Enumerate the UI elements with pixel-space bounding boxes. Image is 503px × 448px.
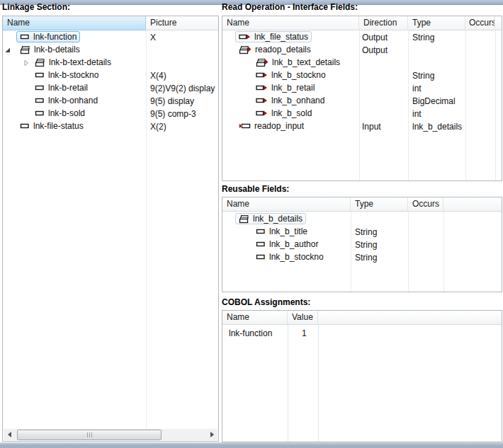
elementary-item-icon: [256, 253, 266, 261]
scroll-left-button[interactable]: [4, 429, 15, 440]
group-item-icon: [20, 45, 30, 54]
table-row[interactable]: lnk_b_sold int: [222, 108, 502, 120]
column-header-occurs[interactable]: Occurs: [408, 197, 443, 212]
table-row[interactable]: lnk_file_status Output String: [222, 31, 502, 44]
column-header-direction[interactable]: Direction: [359, 16, 408, 30]
reusable-table-header: Name Type Occurs: [222, 197, 502, 212]
elementary-item-icon: [35, 109, 45, 117]
table-row[interactable]: lnk-file-status X(2): [3, 120, 218, 133]
linkage-table-header: Name Picture: [3, 16, 218, 30]
tree-item[interactable]: readop_input: [235, 120, 307, 132]
horizontal-scrollbar[interactable]: [4, 429, 217, 440]
scrollbar-thumb[interactable]: [17, 430, 162, 440]
table-row[interactable]: readop_input Input lnk_b_details: [222, 120, 502, 133]
table-row[interactable]: lnk_b_onhand BigDecimal: [222, 95, 502, 108]
tree-item[interactable]: lnk-b-retail: [31, 82, 91, 93]
selected-tree-item[interactable]: lnk-function: [16, 31, 80, 42]
table-row[interactable]: lnk_b_details: [222, 213, 502, 226]
column-header-filler: [495, 16, 502, 30]
column-header-filler: [443, 197, 502, 212]
cell-value[interactable]: 1: [302, 327, 307, 340]
tree-item[interactable]: lnk_b_stockno: [252, 69, 329, 81]
tree-item[interactable]: lnk_b_sold: [252, 108, 315, 119]
table-row[interactable]: lnk_b_stockno String: [222, 251, 502, 264]
elementary-item-icon: [35, 71, 45, 79]
tree-item[interactable]: lnk_b_retail: [252, 82, 318, 93]
table-row[interactable]: lnk_b_stockno String: [222, 69, 502, 82]
column-header-value[interactable]: Value: [288, 311, 318, 325]
tree-item-label: lnk_b_text_details: [272, 57, 340, 67]
tree-item-label: lnk-b-details: [34, 45, 80, 54]
tree-item[interactable]: lnk-b-sold: [31, 108, 89, 119]
tree-item-label: lnk_b_stockno: [269, 252, 324, 262]
linkage-table: Name Picture lnk-function X lnk-b-detail…: [2, 16, 219, 442]
column-header-type[interactable]: Type: [351, 197, 408, 212]
column-header-type[interactable]: Type: [408, 16, 465, 30]
cell-type: String: [355, 239, 377, 251]
cell-type: int: [412, 108, 422, 120]
column-header-name[interactable]: Name: [222, 311, 288, 325]
cell-direction: Output: [362, 44, 388, 57]
cell-picture: X(4): [150, 69, 166, 82]
tree-item-label: lnk-b-retail: [48, 83, 88, 93]
input-field-icon: [239, 122, 251, 130]
elementary-item-icon: [20, 33, 30, 41]
selected-tree-item[interactable]: lnk_b_details: [235, 213, 306, 224]
cell-picture: X(2): [150, 120, 166, 133]
tree-item[interactable]: lnk_b_text_details: [252, 57, 344, 68]
tree-item[interactable]: lnk_b_onhand: [252, 95, 328, 106]
tree-item[interactable]: lnk-b-onhand: [31, 95, 101, 106]
column-grid-line: [288, 325, 288, 442]
table-row[interactable]: lnk_b_title String: [222, 226, 502, 239]
table-row[interactable]: lnk-b-sold 9(5) comp-3: [3, 108, 218, 120]
table-row[interactable]: lnk-b-onhand 9(5) display: [3, 95, 218, 108]
tree-item-label: lnk_b_retail: [271, 83, 315, 93]
tree-item-label: lnk-function: [33, 32, 77, 42]
column-header-picture[interactable]: Picture: [146, 16, 218, 30]
cell-picture: 9(2)V9(2) display: [150, 82, 215, 95]
column-header-name[interactable]: Name: [222, 16, 359, 30]
cell-picture: 9(5) display: [150, 95, 194, 108]
elementary-item-icon: [256, 227, 266, 236]
tree-item-label: lnk_b_onhand: [271, 96, 324, 105]
column-header-occurs[interactable]: Occurs: [465, 16, 495, 30]
tree-item[interactable]: lnk-b-stockno: [31, 69, 102, 81]
expanded-twisty-icon[interactable]: [4, 47, 11, 54]
elementary-item-icon: [20, 122, 30, 130]
cell-direction: Input: [362, 120, 381, 133]
tree-item-label: lnk_b_details: [253, 214, 303, 224]
cell-picture: X: [150, 31, 156, 44]
elementary-item-icon: [256, 240, 266, 248]
column-header-name[interactable]: Name: [222, 197, 351, 212]
reusable-fields-table: Name Type Occurs lnk_b_details lnk_b_tit…: [222, 197, 502, 292]
table-row[interactable]: lnk_b_author String: [222, 239, 502, 251]
tree-item-label: lnk-file-status: [33, 121, 84, 131]
tree-item[interactable]: lnk-b-text-details: [31, 57, 115, 68]
table-row[interactable]: lnk-function X: [3, 31, 218, 44]
table-row[interactable]: readop_details Output: [222, 44, 502, 57]
table-row[interactable]: lnk-b-text-details: [3, 57, 218, 69]
collapsed-twisty-icon[interactable]: [23, 59, 30, 67]
tree-item-label: lnk-b-onhand: [48, 96, 98, 105]
tree-item[interactable]: lnk_b_stockno: [252, 251, 327, 263]
tree-item[interactable]: lnk-b-details: [16, 44, 84, 55]
table-row[interactable]: lnk_b_text_details: [222, 57, 502, 69]
table-row[interactable]: lnk-b-retail 9(2)V9(2) display: [3, 82, 218, 95]
cell-type: String: [412, 69, 434, 82]
output-group-icon: [239, 45, 252, 54]
tree-item[interactable]: lnk_b_title: [252, 226, 311, 237]
tree-item[interactable]: lnk_b_author: [252, 239, 322, 250]
cell-type: int: [412, 82, 422, 95]
table-row[interactable]: lnk-function 1: [222, 327, 502, 340]
table-row[interactable]: lnk-b-details: [3, 44, 218, 57]
scroll-right-button[interactable]: [206, 429, 217, 440]
selected-tree-item[interactable]: lnk_file_status: [235, 31, 312, 42]
tree-item[interactable]: readop_details: [235, 44, 315, 55]
tree-item-label: lnk_b_author: [269, 239, 318, 249]
tree-item-label: lnk_b_title: [269, 226, 307, 236]
tree-item[interactable]: lnk-file-status: [16, 120, 87, 132]
column-header-name[interactable]: Name: [3, 16, 146, 30]
table-row[interactable]: lnk-b-stockno X(4): [3, 69, 218, 82]
tree-item-label: lnk-b-sold: [48, 108, 85, 118]
table-row[interactable]: lnk_b_retail int: [222, 82, 502, 95]
